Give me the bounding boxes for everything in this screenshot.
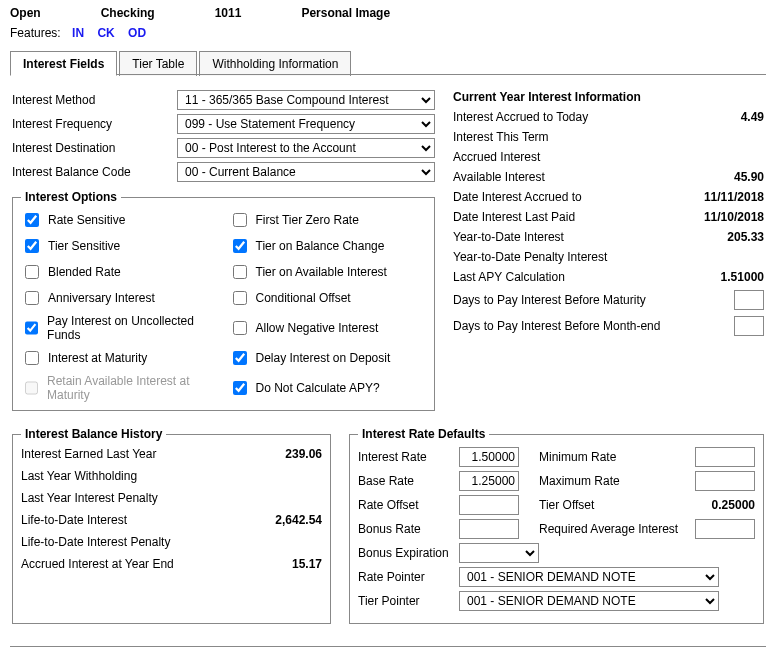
- life-to-date-penalty-label: Life-to-Date Interest Penalty: [21, 535, 170, 549]
- interest-method-select[interactable]: 11 - 365/365 Base Compound Interest: [177, 90, 435, 110]
- tab-strip: Interest Fields Tier Table Withholding I…: [10, 50, 766, 76]
- rate-offset-input[interactable]: [459, 495, 519, 515]
- maximum-rate-input[interactable]: [695, 471, 755, 491]
- ytd-interest-value: 205.33: [694, 230, 764, 244]
- bonus-rate-label: Bonus Rate: [358, 522, 453, 536]
- interest-destination-label: Interest Destination: [12, 141, 177, 155]
- req-avg-label: Required Average Interest: [539, 522, 689, 536]
- base-rate-input[interactable]: [459, 471, 519, 491]
- interest-rate-label: Interest Rate: [358, 450, 453, 464]
- account-type: Checking: [101, 6, 155, 20]
- first-tier-zero-checkbox[interactable]: First Tier Zero Rate: [229, 210, 427, 230]
- history-legend: Interest Balance History: [21, 427, 166, 441]
- interest-rate-input[interactable]: [459, 447, 519, 467]
- features-label: Features:: [10, 26, 61, 40]
- bonus-expiration-label: Bonus Expiration: [358, 546, 453, 560]
- account-number: 1011: [215, 6, 242, 20]
- interest-rate-defaults-group: Interest Rate Defaults Interest Rate Min…: [349, 427, 764, 624]
- current-year-title: Current Year Interest Information: [453, 90, 764, 104]
- anniversary-interest-checkbox[interactable]: Anniversary Interest: [21, 288, 219, 308]
- rate-pointer-label: Rate Pointer: [358, 570, 453, 584]
- ytd-interest-label: Year-to-Date Interest: [453, 230, 564, 244]
- last-year-withholding-label: Last Year Withholding: [21, 469, 137, 483]
- interest-method-label: Interest Method: [12, 93, 177, 107]
- interest-balance-history-group: Interest Balance History Interest Earned…: [12, 427, 331, 624]
- tier-sensitive-checkbox[interactable]: Tier Sensitive: [21, 236, 219, 256]
- days-before-maturity-input[interactable]: [734, 290, 764, 310]
- minimum-rate-input[interactable]: [695, 447, 755, 467]
- tab-interest-fields[interactable]: Interest Fields: [10, 51, 117, 76]
- feature-ck[interactable]: CK: [97, 26, 114, 40]
- interest-frequency-select[interactable]: 099 - Use Statement Frequency: [177, 114, 435, 134]
- days-before-maturity-label: Days to Pay Interest Before Maturity: [453, 293, 646, 307]
- interest-balance-code-select[interactable]: 00 - Current Balance: [177, 162, 435, 182]
- interest-balance-code-label: Interest Balance Code: [12, 165, 177, 179]
- accrued-today-label: Interest Accrued to Today: [453, 110, 588, 124]
- interest-at-maturity-checkbox[interactable]: Interest at Maturity: [21, 348, 219, 368]
- blended-rate-checkbox[interactable]: Blended Rate: [21, 262, 219, 282]
- maximum-rate-label: Maximum Rate: [539, 474, 689, 488]
- account-header: Open Checking 1011 Personal Image: [10, 6, 766, 20]
- interest-destination-select[interactable]: 00 - Post Interest to the Account: [177, 138, 435, 158]
- days-before-monthend-input[interactable]: [734, 316, 764, 336]
- life-to-date-label: Life-to-Date Interest: [21, 513, 127, 527]
- tier-on-balance-change-checkbox[interactable]: Tier on Balance Change: [229, 236, 427, 256]
- tier-on-available-checkbox[interactable]: Tier on Available Interest: [229, 262, 427, 282]
- last-apy-value: 1.51000: [694, 270, 764, 284]
- last-year-penalty-label: Last Year Interest Penalty: [21, 491, 158, 505]
- defaults-legend: Interest Rate Defaults: [358, 427, 489, 441]
- tab-withholding[interactable]: Withholding Information: [199, 51, 351, 76]
- accrued-year-end-value: 15.17: [292, 557, 322, 571]
- current-year-info: Current Year Interest Information Intere…: [453, 90, 764, 336]
- feature-in[interactable]: IN: [72, 26, 84, 40]
- tier-offset-value: 0.25000: [695, 498, 755, 512]
- allow-negative-checkbox[interactable]: Allow Negative Interest: [229, 314, 427, 342]
- minimum-rate-label: Minimum Rate: [539, 450, 689, 464]
- tier-pointer-select[interactable]: 001 - SENIOR DEMAND NOTE: [459, 591, 719, 611]
- delay-on-deposit-checkbox[interactable]: Delay Interest on Deposit: [229, 348, 427, 368]
- retain-available-checkbox: Retain Available Interest at Maturity: [21, 374, 219, 402]
- bonus-expiration-select[interactable]: [459, 543, 539, 563]
- accrued-interest-label: Accrued Interest: [453, 150, 540, 164]
- account-status: Open: [10, 6, 41, 20]
- interest-options-legend: Interest Options: [21, 190, 121, 204]
- earned-last-year-label: Interest Earned Last Year: [21, 447, 156, 461]
- feature-od[interactable]: OD: [128, 26, 146, 40]
- features-row: Features: IN CK OD: [10, 26, 766, 40]
- date-accrued-to-label: Date Interest Accrued to: [453, 190, 582, 204]
- date-last-paid-label: Date Interest Last Paid: [453, 210, 575, 224]
- available-interest-value: 45.90: [694, 170, 764, 184]
- conditional-offset-checkbox[interactable]: Conditional Offset: [229, 288, 427, 308]
- this-term-label: Interest This Term: [453, 130, 549, 144]
- rate-offset-label: Rate Offset: [358, 498, 453, 512]
- available-interest-label: Available Interest: [453, 170, 545, 184]
- tier-pointer-label: Tier Pointer: [358, 594, 453, 608]
- tier-offset-label: Tier Offset: [539, 498, 689, 512]
- rate-sensitive-checkbox[interactable]: Rate Sensitive: [21, 210, 219, 230]
- days-before-monthend-label: Days to Pay Interest Before Month-end: [453, 319, 660, 333]
- accrued-year-end-label: Accrued Interest at Year End: [21, 557, 174, 571]
- personal-image-label: Personal Image: [301, 6, 390, 20]
- accrued-today-value: 4.49: [694, 110, 764, 124]
- pay-uncollected-checkbox[interactable]: Pay Interest on Uncollected Funds: [21, 314, 219, 342]
- earned-last-year-value: 239.06: [285, 447, 322, 461]
- date-last-paid-value: 11/10/2018: [694, 210, 764, 224]
- bonus-rate-input[interactable]: [459, 519, 519, 539]
- req-avg-input[interactable]: [695, 519, 755, 539]
- do-not-calc-apy-checkbox[interactable]: Do Not Calculate APY?: [229, 374, 427, 402]
- interest-frequency-label: Interest Frequency: [12, 117, 177, 131]
- tab-tier-table[interactable]: Tier Table: [119, 51, 197, 76]
- life-to-date-value: 2,642.54: [275, 513, 322, 527]
- base-rate-label: Base Rate: [358, 474, 453, 488]
- rate-pointer-select[interactable]: 001 - SENIOR DEMAND NOTE: [459, 567, 719, 587]
- date-accrued-to-value: 11/11/2018: [694, 190, 764, 204]
- interest-options-group: Interest Options Rate Sensitive First Ti…: [12, 190, 435, 411]
- ytd-penalty-label: Year-to-Date Penalty Interest: [453, 250, 607, 264]
- last-apy-label: Last APY Calculation: [453, 270, 565, 284]
